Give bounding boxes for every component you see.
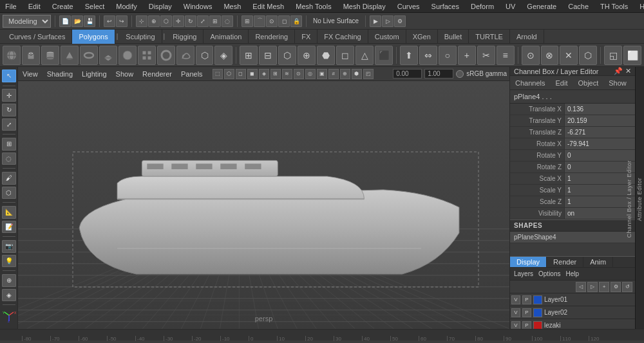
cb-tab-edit[interactable]: Edit xyxy=(550,76,573,90)
menu-uv[interactable]: UV xyxy=(503,3,518,10)
cb-tab-object[interactable]: Object xyxy=(573,76,603,90)
shelf-grid-icon[interactable] xyxy=(138,46,156,65)
shelf-separate-icon[interactable]: ⊟ xyxy=(259,46,277,65)
menu-windows[interactable]: Windows xyxy=(181,3,215,10)
menu-display[interactable]: Display xyxy=(146,3,175,10)
shelf-pipe-icon[interactable] xyxy=(157,46,175,65)
tab-fx-caching[interactable]: FX Caching xyxy=(317,30,368,44)
shelf-uv-editor-icon[interactable]: ◱ xyxy=(604,46,622,65)
vp-texture-icon[interactable]: ⊞ xyxy=(270,69,281,79)
menu-surfaces[interactable]: Surfaces xyxy=(429,3,462,10)
vp-grid-icon[interactable]: # xyxy=(328,69,339,79)
sidebar-tab-attribute-editor[interactable]: Attribute Editor xyxy=(635,174,644,225)
menu-cache[interactable]: Cache xyxy=(565,3,591,10)
save-file-icon[interactable]: 💾 xyxy=(84,15,95,27)
annotation-tool[interactable]: 📝 xyxy=(2,221,16,234)
menu-mesh-tools[interactable]: Mesh Tools xyxy=(293,3,334,10)
disp-tab-render[interactable]: Render xyxy=(547,257,583,267)
shelf-triangulate-icon[interactable]: △ xyxy=(355,46,374,65)
shelf-collapse-icon[interactable]: ✕ xyxy=(560,46,578,65)
menu-create[interactable]: Create xyxy=(50,3,76,10)
lasso-icon[interactable]: ⊕ xyxy=(148,15,160,27)
disp-tab-display[interactable]: Display xyxy=(510,257,547,267)
unknown-tool[interactable]: ⊕ xyxy=(2,274,16,287)
shelf-cube-icon[interactable] xyxy=(22,46,40,65)
shape-item[interactable]: pPlaneShape4 xyxy=(510,232,635,243)
shelf-cone-icon[interactable] xyxy=(61,46,79,65)
shelf-soccer-icon[interactable]: ⬡ xyxy=(196,46,214,65)
vp-light-icon[interactable]: ◈ xyxy=(259,69,269,79)
shelf-unfold-icon[interactable]: ⬜ xyxy=(623,46,641,65)
render-settings-icon[interactable]: ⚙ xyxy=(394,15,406,27)
menu-edit[interactable]: Edit xyxy=(26,3,43,10)
vp-menu-lighting[interactable]: Lighting xyxy=(80,70,109,78)
scale-icon[interactable]: ⤢ xyxy=(197,15,209,27)
render-seq-icon[interactable]: ▷ xyxy=(382,15,393,27)
layer-arrow-right-icon[interactable]: ▷ xyxy=(587,282,598,292)
vp-menu-renderer[interactable]: Renderer xyxy=(140,70,174,78)
layer2-visibility[interactable]: V xyxy=(511,308,520,317)
layers-menu-help[interactable]: Help xyxy=(565,270,579,277)
layer1-visibility[interactable]: V xyxy=(511,295,520,304)
tab-turtle[interactable]: TURTLE xyxy=(469,30,510,44)
shelf-mirror-icon[interactable]: ⬣ xyxy=(317,46,335,65)
shelf-disk-icon[interactable] xyxy=(118,46,137,65)
shelf-fill-hole-icon[interactable]: ○ xyxy=(439,46,457,65)
close-icon[interactable]: ✕ xyxy=(625,67,631,75)
vp-snapshot-icon[interactable]: ◰ xyxy=(363,69,374,79)
shelf-sphere-icon[interactable] xyxy=(3,46,21,65)
menu-help[interactable]: Help xyxy=(637,3,644,10)
paint-tool[interactable]: 🖌 xyxy=(2,172,16,185)
sculpt-tool[interactable]: ⬡ xyxy=(2,187,16,199)
scale-tool[interactable]: ⤢ xyxy=(2,118,16,131)
layer2-playback[interactable]: P xyxy=(522,308,531,317)
cb-tab-show[interactable]: Show xyxy=(603,76,632,90)
vp-wireframe-icon[interactable]: ⬡ xyxy=(224,69,234,79)
camera-tool[interactable]: 📷 xyxy=(2,240,16,253)
shelf-helix-icon[interactable] xyxy=(176,46,194,65)
move-icon[interactable]: ✛ xyxy=(173,15,184,27)
layers-menu-options[interactable]: Options xyxy=(538,270,560,277)
shelf-extract-icon[interactable]: ⬡ xyxy=(278,46,296,65)
vp-select-icon[interactable]: ⬚ xyxy=(213,69,223,79)
shelf-cylinder-icon[interactable] xyxy=(41,46,59,65)
tab-bullet[interactable]: Bullet xyxy=(438,30,469,44)
menu-modify[interactable]: Modify xyxy=(113,3,139,10)
shelf-insert-edge-icon[interactable]: ✂ xyxy=(477,46,495,65)
shelf-extrude-icon[interactable]: ⬆ xyxy=(400,46,418,65)
vp-menu-view[interactable]: View xyxy=(21,70,40,78)
vp-scene-icon[interactable]: ⬢ xyxy=(352,69,362,79)
vp-menu-shading[interactable]: Shading xyxy=(45,70,75,78)
pin-icon[interactable]: 📌 xyxy=(614,67,623,75)
vp-xray-icon[interactable]: ⊙ xyxy=(294,69,304,79)
menu-mesh[interactable]: Mesh xyxy=(221,3,243,10)
viewport-canvas[interactable]: persp xyxy=(18,81,509,329)
open-file-icon[interactable]: 📂 xyxy=(71,15,83,27)
menu-select[interactable]: Select xyxy=(82,3,108,10)
select-tool-icon[interactable]: ⊹ xyxy=(136,15,147,27)
shelf-bridge-icon[interactable]: ⇔ xyxy=(419,46,437,65)
shelf-platonic-icon[interactable]: ◈ xyxy=(214,46,232,65)
redo-icon[interactable]: ↪ xyxy=(116,15,128,27)
menu-edit-mesh[interactable]: Edit Mesh xyxy=(250,3,287,10)
vp-cam-icon[interactable]: ◎ xyxy=(305,69,316,79)
layer-refresh-icon[interactable]: ↺ xyxy=(622,282,632,292)
layer2-name[interactable]: Layer02 xyxy=(544,309,634,316)
snap-point-icon[interactable]: ⊙ xyxy=(266,15,278,27)
tab-polygons[interactable]: Polygons xyxy=(72,30,115,44)
rotate-icon[interactable]: ↻ xyxy=(185,15,196,27)
snap-view-icon[interactable]: 🔒 xyxy=(290,15,302,27)
shelf-plane-icon[interactable] xyxy=(99,46,117,65)
vp-menu-show[interactable]: Show xyxy=(114,70,136,78)
right-sidebar-strip[interactable]: Attribute Editor Channel Box / Layer Edi… xyxy=(635,67,644,329)
vp-menu-panels[interactable]: Panels xyxy=(179,70,205,78)
vp-smooth-icon[interactable]: ◻ xyxy=(236,69,246,79)
shelf-boolean-icon[interactable]: ⊕ xyxy=(298,46,316,65)
vp-aa-icon[interactable]: ≋ xyxy=(282,69,292,79)
shelf-offset-edge-icon[interactable]: ≡ xyxy=(497,46,515,65)
select-tool[interactable]: ↖ xyxy=(2,70,16,82)
tab-animation[interactable]: Animation xyxy=(204,30,249,44)
vp-resolution-icon[interactable]: ⊕ xyxy=(340,69,350,79)
sidebar-tab-channel-box[interactable]: Channel Box / Layer Editor xyxy=(625,156,634,242)
attr-value-translate-y[interactable]: 20.159 xyxy=(565,115,635,126)
